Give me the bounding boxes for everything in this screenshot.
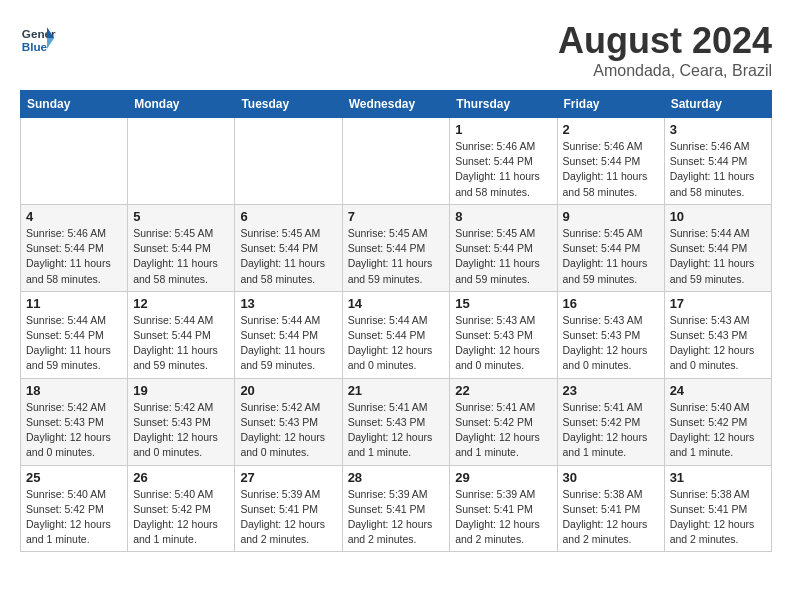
weekday-header-monday: Monday [128,91,235,118]
calendar-cell: 2Sunrise: 5:46 AM Sunset: 5:44 PM Daylig… [557,118,664,205]
month-title: August 2024 [558,20,772,62]
day-number: 16 [563,296,659,311]
day-number: 8 [455,209,551,224]
day-info: Sunrise: 5:45 AM Sunset: 5:44 PM Dayligh… [563,226,659,287]
weekday-header-thursday: Thursday [450,91,557,118]
calendar-cell: 19Sunrise: 5:42 AM Sunset: 5:43 PM Dayli… [128,378,235,465]
day-info: Sunrise: 5:41 AM Sunset: 5:43 PM Dayligh… [348,400,445,461]
calendar-cell [342,118,450,205]
day-info: Sunrise: 5:46 AM Sunset: 5:44 PM Dayligh… [563,139,659,200]
day-number: 19 [133,383,229,398]
day-info: Sunrise: 5:46 AM Sunset: 5:44 PM Dayligh… [26,226,122,287]
calendar-cell: 8Sunrise: 5:45 AM Sunset: 5:44 PM Daylig… [450,204,557,291]
calendar-week-row: 18Sunrise: 5:42 AM Sunset: 5:43 PM Dayli… [21,378,772,465]
calendar-cell: 14Sunrise: 5:44 AM Sunset: 5:44 PM Dayli… [342,291,450,378]
day-info: Sunrise: 5:42 AM Sunset: 5:43 PM Dayligh… [26,400,122,461]
calendar-cell: 3Sunrise: 5:46 AM Sunset: 5:44 PM Daylig… [664,118,771,205]
calendar-cell: 12Sunrise: 5:44 AM Sunset: 5:44 PM Dayli… [128,291,235,378]
day-info: Sunrise: 5:43 AM Sunset: 5:43 PM Dayligh… [455,313,551,374]
day-number: 5 [133,209,229,224]
weekday-header-friday: Friday [557,91,664,118]
day-info: Sunrise: 5:43 AM Sunset: 5:43 PM Dayligh… [563,313,659,374]
day-number: 27 [240,470,336,485]
day-number: 1 [455,122,551,137]
day-number: 18 [26,383,122,398]
calendar-cell: 23Sunrise: 5:41 AM Sunset: 5:42 PM Dayli… [557,378,664,465]
calendar-week-row: 4Sunrise: 5:46 AM Sunset: 5:44 PM Daylig… [21,204,772,291]
calendar-cell: 20Sunrise: 5:42 AM Sunset: 5:43 PM Dayli… [235,378,342,465]
title-block: August 2024 Amondada, Ceara, Brazil [558,20,772,80]
day-info: Sunrise: 5:44 AM Sunset: 5:44 PM Dayligh… [26,313,122,374]
weekday-header-saturday: Saturday [664,91,771,118]
day-number: 15 [455,296,551,311]
day-info: Sunrise: 5:42 AM Sunset: 5:43 PM Dayligh… [240,400,336,461]
logo: General Blue [20,20,60,56]
calendar-week-row: 11Sunrise: 5:44 AM Sunset: 5:44 PM Dayli… [21,291,772,378]
day-number: 26 [133,470,229,485]
calendar-cell [128,118,235,205]
day-number: 4 [26,209,122,224]
weekday-header-wednesday: Wednesday [342,91,450,118]
day-info: Sunrise: 5:43 AM Sunset: 5:43 PM Dayligh… [670,313,766,374]
calendar-cell: 7Sunrise: 5:45 AM Sunset: 5:44 PM Daylig… [342,204,450,291]
svg-marker-3 [47,38,54,49]
weekday-header-tuesday: Tuesday [235,91,342,118]
day-number: 28 [348,470,445,485]
day-number: 11 [26,296,122,311]
calendar-cell: 4Sunrise: 5:46 AM Sunset: 5:44 PM Daylig… [21,204,128,291]
calendar-body: 1Sunrise: 5:46 AM Sunset: 5:44 PM Daylig… [21,118,772,552]
day-number: 22 [455,383,551,398]
calendar-cell: 13Sunrise: 5:44 AM Sunset: 5:44 PM Dayli… [235,291,342,378]
day-number: 6 [240,209,336,224]
day-info: Sunrise: 5:44 AM Sunset: 5:44 PM Dayligh… [348,313,445,374]
day-number: 30 [563,470,659,485]
day-number: 17 [670,296,766,311]
calendar-cell [21,118,128,205]
calendar-table: SundayMondayTuesdayWednesdayThursdayFrid… [20,90,772,552]
day-number: 29 [455,470,551,485]
calendar-cell: 31Sunrise: 5:38 AM Sunset: 5:41 PM Dayli… [664,465,771,552]
day-info: Sunrise: 5:38 AM Sunset: 5:41 PM Dayligh… [670,487,766,548]
calendar-cell: 24Sunrise: 5:40 AM Sunset: 5:42 PM Dayli… [664,378,771,465]
day-number: 31 [670,470,766,485]
day-info: Sunrise: 5:40 AM Sunset: 5:42 PM Dayligh… [670,400,766,461]
day-number: 24 [670,383,766,398]
day-number: 9 [563,209,659,224]
calendar-cell: 18Sunrise: 5:42 AM Sunset: 5:43 PM Dayli… [21,378,128,465]
day-number: 10 [670,209,766,224]
calendar-header: SundayMondayTuesdayWednesdayThursdayFrid… [21,91,772,118]
day-info: Sunrise: 5:45 AM Sunset: 5:44 PM Dayligh… [455,226,551,287]
day-info: Sunrise: 5:44 AM Sunset: 5:44 PM Dayligh… [240,313,336,374]
day-info: Sunrise: 5:45 AM Sunset: 5:44 PM Dayligh… [348,226,445,287]
calendar-cell: 30Sunrise: 5:38 AM Sunset: 5:41 PM Dayli… [557,465,664,552]
day-number: 13 [240,296,336,311]
day-info: Sunrise: 5:46 AM Sunset: 5:44 PM Dayligh… [455,139,551,200]
calendar-cell: 28Sunrise: 5:39 AM Sunset: 5:41 PM Dayli… [342,465,450,552]
day-info: Sunrise: 5:40 AM Sunset: 5:42 PM Dayligh… [26,487,122,548]
calendar-cell: 22Sunrise: 5:41 AM Sunset: 5:42 PM Dayli… [450,378,557,465]
day-info: Sunrise: 5:44 AM Sunset: 5:44 PM Dayligh… [133,313,229,374]
day-info: Sunrise: 5:44 AM Sunset: 5:44 PM Dayligh… [670,226,766,287]
day-info: Sunrise: 5:39 AM Sunset: 5:41 PM Dayligh… [455,487,551,548]
day-info: Sunrise: 5:40 AM Sunset: 5:42 PM Dayligh… [133,487,229,548]
day-number: 12 [133,296,229,311]
calendar-cell: 11Sunrise: 5:44 AM Sunset: 5:44 PM Dayli… [21,291,128,378]
calendar-cell: 26Sunrise: 5:40 AM Sunset: 5:42 PM Dayli… [128,465,235,552]
day-info: Sunrise: 5:45 AM Sunset: 5:44 PM Dayligh… [240,226,336,287]
logo-icon: General Blue [20,20,56,56]
calendar-cell: 6Sunrise: 5:45 AM Sunset: 5:44 PM Daylig… [235,204,342,291]
day-number: 14 [348,296,445,311]
calendar-cell: 21Sunrise: 5:41 AM Sunset: 5:43 PM Dayli… [342,378,450,465]
calendar-cell: 1Sunrise: 5:46 AM Sunset: 5:44 PM Daylig… [450,118,557,205]
day-info: Sunrise: 5:39 AM Sunset: 5:41 PM Dayligh… [348,487,445,548]
calendar-cell: 5Sunrise: 5:45 AM Sunset: 5:44 PM Daylig… [128,204,235,291]
day-info: Sunrise: 5:41 AM Sunset: 5:42 PM Dayligh… [455,400,551,461]
day-info: Sunrise: 5:45 AM Sunset: 5:44 PM Dayligh… [133,226,229,287]
day-number: 7 [348,209,445,224]
calendar-cell [235,118,342,205]
weekday-header-sunday: Sunday [21,91,128,118]
page-header: General Blue August 2024 Amondada, Ceara… [20,20,772,80]
day-number: 3 [670,122,766,137]
calendar-cell: 15Sunrise: 5:43 AM Sunset: 5:43 PM Dayli… [450,291,557,378]
day-info: Sunrise: 5:46 AM Sunset: 5:44 PM Dayligh… [670,139,766,200]
